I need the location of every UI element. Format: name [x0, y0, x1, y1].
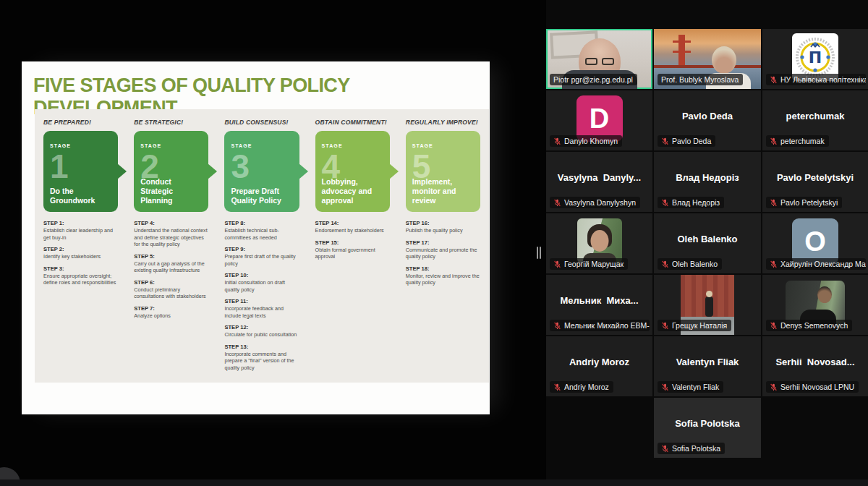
- stage-box-4: STAGE 4 Lobbying, advocacy and approval: [315, 131, 390, 212]
- step-item: STEP 12: Circulate for public consultati…: [224, 324, 299, 338]
- glasses-icon: [602, 58, 614, 65]
- stage-arrow-icon: [389, 163, 399, 179]
- center-name: Мельник Миха...: [546, 295, 652, 306]
- muted-mic-icon: [770, 76, 778, 84]
- participant-tile-melnyk-mykhailo[interactable]: Мельник Миха... Мельник Михайло ЕВМ-11: [546, 275, 652, 335]
- center-name: Valentyn Fliak: [654, 357, 761, 367]
- stage-box-1: STAGE 1 Do the Groundwork: [43, 131, 118, 212]
- name-text: Влад Недоріз: [672, 198, 720, 207]
- name-label: Pavlo Petelytskyi: [766, 197, 842, 208]
- step-text: Establish clear leadership and get buy-i…: [43, 227, 118, 241]
- step-label: STEP 11:: [224, 298, 299, 304]
- participant-tile-danylo-khomyn[interactable]: D Danylo Khomyn: [546, 90, 652, 150]
- name-text: Prof. Bublyk Myroslava: [661, 75, 739, 84]
- muted-mic-icon: [661, 260, 669, 268]
- step-label: STEP 9:: [224, 246, 299, 252]
- step-label: STEP 1:: [43, 220, 118, 226]
- participant-tile-bublyk[interactable]: Prof. Bublyk Myroslava: [654, 29, 761, 89]
- name-text: Valentyn Fliak: [672, 383, 719, 391]
- stage-motto: BE STRATEGIC!: [134, 119, 208, 126]
- bridge-deck: [654, 65, 761, 68]
- participant-tile-lviv-polytechnic[interactable]: П НУ Львівська політехніка ...: [762, 29, 868, 89]
- screen-share-region: FIVE STAGES OF QUALITY POLICY DEVELOPMEN…: [0, 0, 546, 486]
- participant-tile-valentyn-fliak[interactable]: Valentyn Fliak Valentyn Fliak: [654, 336, 761, 396]
- participant-tile-oleh-balenko[interactable]: Oleh Balenko Oleh Balenko: [654, 213, 761, 273]
- participant-tile-peterchumak[interactable]: peterchumak peterchumak: [762, 90, 868, 150]
- step-text: Analyze options: [134, 312, 208, 320]
- panel-resize-handle[interactable]: [537, 247, 542, 259]
- name-label: Георгій Марущак: [550, 258, 628, 270]
- step-text: Communicate and promote the quality poli…: [406, 247, 480, 260]
- participant-tile-sofia-polotska[interactable]: Sofia Polotska Sofia Polotska: [654, 398, 761, 458]
- center-name: Pavlo Deda: [654, 111, 761, 122]
- taskbar-edge: [0, 479, 868, 486]
- participant-tile-hreshchuk-nataliia[interactable]: Грещук Наталія: [654, 275, 761, 335]
- participant-tile-piotr[interactable]: Piotr pgr@zie.pg.edu.pl: [546, 29, 652, 89]
- name-label: Влад Недоріз: [658, 197, 724, 208]
- muted-mic-icon: [770, 322, 778, 330]
- participant-tile-denys-semenovych[interactable]: Denys Semenovych: [762, 275, 868, 335]
- name-text: Piotr pgr@zie.pg.edu.pl: [553, 75, 633, 84]
- muted-mic-icon: [770, 199, 778, 207]
- step-item: STEP 10: Initial consultation on draft q…: [224, 272, 299, 293]
- muted-mic-icon: [661, 322, 669, 330]
- stage-panel: BE PREPARED! STAGE 1 Do the Groundwork S…: [35, 109, 489, 383]
- stage-title: Prepare Draft Quality Policy: [231, 187, 294, 205]
- step-item: STEP 6: Conduct preliminary consultation…: [134, 279, 208, 300]
- name-text: Sofia Polotska: [672, 444, 720, 453]
- name-text: Oleh Balenko: [672, 260, 718, 268]
- step-text: Monitor, review and improve the quality …: [406, 273, 480, 286]
- step-text: Obtain formal government approval: [315, 247, 390, 260]
- step-item: STEP 9: Prepare first draft of the quali…: [224, 246, 299, 267]
- muted-mic-icon: [661, 199, 669, 207]
- muted-mic-icon: [553, 260, 561, 268]
- step-item: STEP 2: Identify key stakeholders: [43, 246, 118, 260]
- participant-tile-andriy-moroz[interactable]: Andriy Moroz Andriy Moroz: [546, 336, 652, 396]
- name-label: Sofia Polotska: [658, 443, 725, 454]
- participant-tile-vasylyna-danylyshyn[interactable]: Vasylyna Danyly... Vasylyna Danylyshyn: [546, 152, 652, 212]
- participant-gallery: Piotr pgr@zie.pg.edu.pl Prof. Bublyk Myr…: [546, 0, 868, 486]
- participant-tile-pavlo-petelytskyi[interactable]: Pavlo Petelytskyi Pavlo Petelytskyi: [762, 152, 868, 212]
- participant-tile-vlad-nedoriz[interactable]: Влад Недоріз Влад Недоріз: [654, 152, 761, 212]
- muted-mic-icon: [553, 322, 561, 330]
- stage-motto: BUILD CONSENSUS!: [224, 119, 299, 126]
- stage-arrow-icon: [208, 163, 217, 179]
- name-text: peterchumak: [780, 137, 825, 145]
- step-label: STEP 15:: [315, 239, 390, 246]
- svg-text:П: П: [809, 48, 822, 67]
- step-item: STEP 16: Publish the quality policy: [406, 220, 480, 234]
- step-text: Understand the national context and defi…: [134, 227, 208, 248]
- center-name: Влад Недоріз: [654, 172, 761, 183]
- stage-number: 1: [50, 153, 111, 181]
- step-label: STEP 5:: [134, 253, 208, 260]
- step-text: Conduct preliminary consultations with s…: [134, 286, 208, 300]
- steps-list: STEP 1: Establish clear leadership and g…: [43, 220, 118, 286]
- empty-grid-cell: [546, 398, 652, 458]
- name-text: Pavlo Deda: [672, 137, 711, 145]
- muted-mic-icon: [553, 383, 561, 391]
- name-label: Serhii Novosad LPNU: [766, 381, 859, 393]
- participant-grid: Piotr pgr@zie.pg.edu.pl Prof. Bublyk Myr…: [546, 29, 868, 458]
- step-label: STEP 16:: [406, 220, 480, 226]
- participant-tile-heorhii-marushchak[interactable]: Георгій Марущак: [546, 213, 652, 273]
- step-item: STEP 4: Understand the national context …: [134, 220, 208, 248]
- muted-mic-icon: [661, 137, 669, 145]
- step-item: STEP 15: Obtain formal government approv…: [315, 239, 390, 260]
- stage-box-2: STAGE 2 Conduct Strategic Planning: [134, 131, 208, 212]
- step-text: Publish the quality policy: [406, 227, 480, 234]
- step-text: Incorporate comments and prepare a "fina…: [224, 351, 299, 372]
- participant-tile-khairulin-oleksandr[interactable]: O Хайрулін Олександр Макс...: [762, 213, 868, 273]
- participant-tile-serhii-novosad[interactable]: Serhii Novosad... Serhii Novosad LPNU: [762, 336, 868, 396]
- name-label: Грещук Наталія: [658, 320, 731, 331]
- step-label: STEP 2:: [43, 246, 118, 252]
- step-item: STEP 14: Endorsement by stakeholders: [315, 220, 390, 234]
- participant-tile-pavlo-deda[interactable]: Pavlo Deda Pavlo Deda: [654, 90, 761, 150]
- step-label: STEP 14:: [315, 220, 390, 226]
- step-text: Carry out a gap analysis of the existing…: [134, 260, 208, 274]
- stage-column-5: REGULARLY IMPROVE! STAGE 5 Implement, mo…: [406, 119, 480, 376]
- muted-mic-icon: [770, 137, 778, 145]
- name-label: peterchumak: [766, 135, 829, 147]
- empty-grid-cell: [762, 398, 868, 458]
- muted-mic-icon: [553, 137, 561, 145]
- name-label: Prof. Bublyk Myroslava: [658, 74, 743, 85]
